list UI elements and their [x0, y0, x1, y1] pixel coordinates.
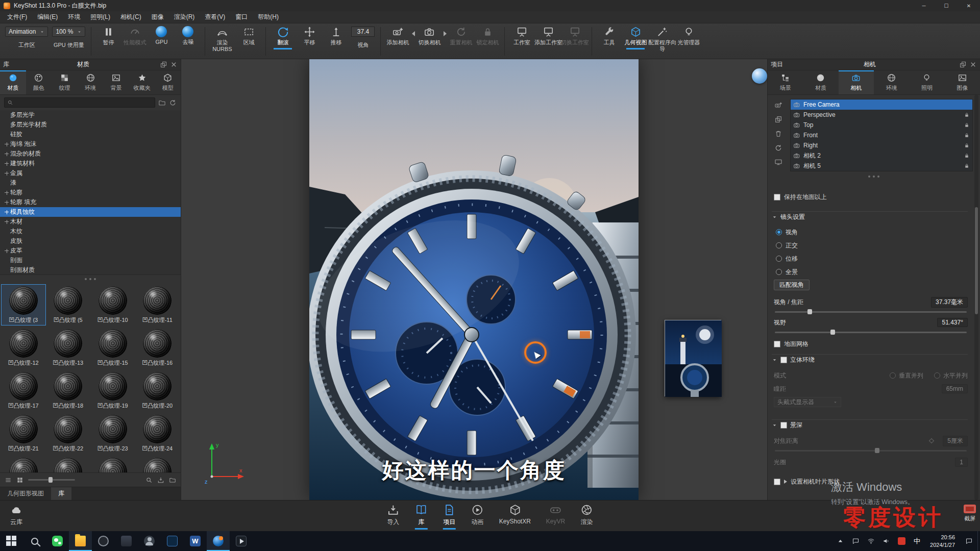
material-thumbnail[interactable]: 凹凸纹理-16 [135, 327, 180, 368]
material-thumbnail[interactable] [135, 456, 180, 472]
switch-camera-button[interactable]: 切换相机 [416, 26, 443, 47]
expand-icon[interactable] [4, 247, 10, 254]
add-camera-button[interactable]: 添加相机 [384, 26, 411, 47]
tree-item[interactable]: 皮肤 [0, 236, 181, 246]
keep-above-ground-checkbox[interactable] [774, 194, 780, 201]
tree-item[interactable]: 混杂的材质 [0, 149, 181, 159]
match-perspective-button[interactable]: 匹配视角 [774, 280, 810, 290]
expand-icon[interactable] [4, 160, 10, 167]
pick-focus-target-icon[interactable] [928, 437, 935, 444]
menu-item[interactable]: 帮助(H) [253, 13, 284, 21]
camera-list-item[interactable]: 相机 5 [791, 161, 972, 171]
camera-list-item[interactable]: Front [791, 130, 972, 140]
material-thumbnail[interactable]: 凹凸纹理-22 [46, 413, 91, 454]
light-manager-button[interactable]: 光管理器 [675, 26, 702, 47]
material-thumbnail[interactable] [90, 456, 135, 472]
minimize-button[interactable]: ─ [913, 0, 935, 11]
tumble-button[interactable]: 翻滚 [270, 26, 296, 47]
open-folder-icon[interactable] [169, 477, 176, 484]
slider-knob[interactable] [875, 448, 879, 453]
thumbnail-size-slider[interactable] [28, 479, 75, 481]
taskbar-app[interactable] [207, 531, 230, 551]
material-thumbnail[interactable]: 凹凸纹理-18 [46, 370, 91, 411]
slider-knob[interactable] [807, 309, 812, 314]
section-drag-handle[interactable] [768, 176, 980, 178]
close-panel-icon[interactable] [969, 61, 977, 68]
delete-camera-icon[interactable] [774, 130, 782, 138]
library-tab-materials[interactable]: 材质 [0, 70, 26, 94]
material-thumbnail[interactable]: 凹凸纹理-17 [1, 370, 46, 411]
menu-item[interactable]: 渲染(R) [169, 13, 200, 21]
material-thumbnail[interactable]: 凹凸纹理-19 [90, 370, 135, 411]
notification-center-button[interactable] [960, 531, 977, 551]
reset-camera-button[interactable]: 重置相机 [448, 26, 474, 47]
scrollbar-thumb[interactable] [975, 207, 978, 314]
lens-mode-row[interactable]: 正交 [776, 239, 968, 252]
lock-camera-button[interactable]: 锁定相机 [474, 26, 501, 47]
next-camera-button[interactable] [443, 28, 448, 39]
expand-icon[interactable] [4, 209, 10, 215]
gpu-usage-select[interactable]: 100 % [52, 27, 85, 37]
material-thumbnail[interactable]: 凹凸纹理-21 [1, 413, 46, 454]
tray-app-badge[interactable] [894, 531, 909, 551]
geometry-view-button[interactable]: 几何视图 [622, 26, 649, 47]
menu-item[interactable]: 文件(F) [2, 13, 32, 21]
library-tab-models[interactable]: 模型 [155, 70, 181, 94]
stereo-section[interactable]: 立体环绕 [772, 354, 968, 365]
gpu-mode-button[interactable]: GPU [148, 26, 175, 46]
focus-distance-value[interactable]: 5厘米 [943, 436, 968, 446]
reset-camera-icon[interactable] [774, 144, 782, 152]
project-tab-scene[interactable]: 场景 [768, 70, 803, 94]
taskbar-app[interactable] [115, 531, 138, 551]
slider-knob[interactable] [830, 330, 835, 335]
aperture-value[interactable]: 1 [955, 458, 968, 467]
taskbar-app[interactable] [46, 531, 69, 551]
tree-item[interactable]: 木纹 [0, 227, 181, 236]
tree-item[interactable]: 多层光学材质 [0, 120, 181, 130]
tree-item[interactable]: 剖面材质 [0, 265, 181, 275]
taskbar-app[interactable] [0, 531, 23, 551]
taskbar-app[interactable] [69, 531, 92, 551]
library-tab-backplates[interactable]: 背景 [103, 70, 129, 94]
tree-item[interactable]: 多层光学 [0, 110, 181, 120]
material-thumbnail[interactable]: 凹凸纹理 (3 [1, 284, 46, 325]
pause-button[interactable]: 暂停 [95, 26, 121, 47]
focal-length-value[interactable]: 37.37毫米 [931, 297, 968, 308]
project-tab-environment[interactable]: 环境 [874, 70, 909, 94]
material-thumbnail[interactable]: 凹凸纹理 (5 [46, 284, 91, 325]
tree-item[interactable]: 硅胶 [0, 130, 181, 139]
maximize-button[interactable]: ☐ [935, 0, 958, 11]
region-button[interactable]: 区域 [235, 26, 262, 47]
float-panel-icon[interactable] [959, 61, 967, 68]
material-thumbnail[interactable]: 凹凸纹理-23 [90, 413, 135, 454]
project-tab-image[interactable]: 图像 [945, 70, 980, 94]
refresh-library-icon[interactable] [169, 99, 177, 107]
cloud-library-button[interactable]: 云库 [10, 504, 22, 527]
tray-volume-icon[interactable] [878, 531, 894, 551]
studio-button[interactable]: 工作室 [508, 26, 535, 47]
tree-item[interactable]: 建筑材料 [0, 159, 181, 168]
hmd-dropdown[interactable]: 头戴式显示器 [774, 397, 841, 407]
library-button[interactable]: 库 [415, 504, 428, 527]
menu-item[interactable]: 照明(L) [85, 13, 115, 21]
tree-item[interactable]: 轮廓 填充 [0, 197, 181, 207]
pan-button[interactable]: 平移 [296, 26, 323, 47]
tree-item[interactable]: 剖面 [0, 256, 181, 265]
material-thumbnail[interactable]: 凹凸纹理-10 [90, 284, 135, 325]
add-camera-icon[interactable] [774, 101, 782, 109]
lens-mode-row[interactable]: 位移 [776, 252, 968, 265]
dof-checkbox[interactable] [780, 422, 787, 429]
library-tab-colors[interactable]: 颜色 [26, 70, 52, 94]
taskbar-app[interactable] [161, 531, 184, 551]
panel-scrollbar[interactable] [974, 95, 978, 500]
menu-item[interactable]: 查看(V) [200, 13, 230, 21]
animation-button[interactable]: 动画 [471, 504, 484, 527]
tree-item[interactable]: 海绵 泡沫 [0, 139, 181, 149]
import-button[interactable]: 导入 [387, 504, 400, 527]
fov-value[interactable]: 51.437° [937, 318, 968, 327]
menu-item[interactable]: 编辑(E) [32, 13, 63, 21]
expand-arrow-icon[interactable] [784, 480, 787, 484]
ground-grid-checkbox[interactable] [774, 341, 780, 347]
show-desktop-button[interactable] [977, 531, 980, 551]
tray-network-icon[interactable] [863, 531, 878, 551]
